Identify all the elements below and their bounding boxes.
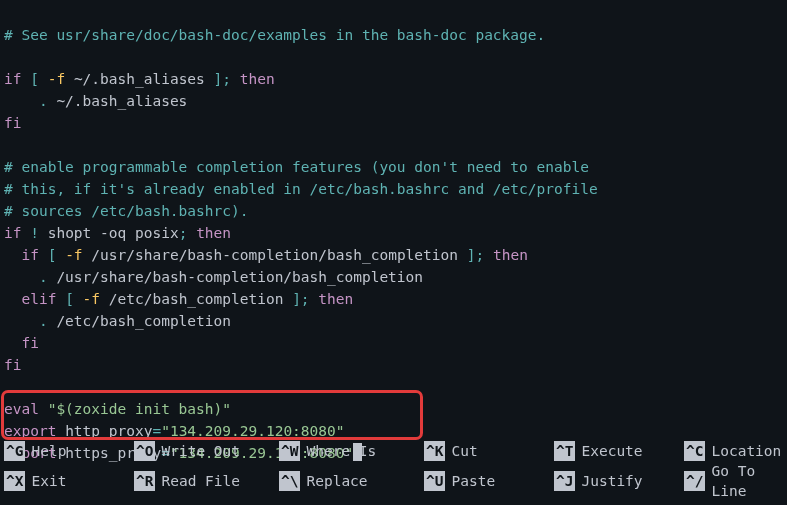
kw-then: then — [318, 291, 353, 307]
flag: -f — [65, 247, 82, 263]
bracket: [ — [48, 247, 57, 263]
key-badge: ^G — [4, 441, 25, 461]
path: /usr/share/bash-completion/bash_completi… — [91, 247, 458, 263]
bracket: ]; — [467, 247, 484, 263]
shortcut-read-file[interactable]: ^RRead File — [134, 461, 279, 501]
path: /etc/bash_completion — [56, 313, 231, 329]
dot: . — [39, 93, 48, 109]
code-comment: # enable programmable completion feature… — [4, 159, 589, 175]
key-badge: ^U — [424, 471, 445, 491]
key-badge: ^T — [554, 441, 575, 461]
semicolon: ; — [179, 225, 188, 241]
bracket: ]; — [292, 291, 309, 307]
shortcut-go-to-line[interactable]: ^/Go To Line — [684, 461, 783, 501]
shortcut-label: Cut — [451, 441, 477, 461]
cmd-shopt: shopt — [48, 225, 92, 241]
shortcut-row-1: ^GHelp ^OWrite Out ^WWhere Is ^KCut ^TEx… — [4, 441, 783, 461]
shortcut-location[interactable]: ^CLocation — [684, 441, 783, 461]
shortcut-cut[interactable]: ^KCut — [424, 441, 554, 461]
string-literal: "$(zoxide init bash)" — [48, 401, 231, 417]
kw-elif: elif — [21, 291, 56, 307]
key-badge: ^X — [4, 471, 25, 491]
key-badge: ^\ — [279, 471, 300, 491]
shortcut-label: Where Is — [306, 441, 376, 461]
kw-fi: fi — [4, 115, 21, 131]
kw-fi: fi — [21, 335, 38, 351]
shortcut-write-out[interactable]: ^OWrite Out — [134, 441, 279, 461]
flag: -f — [48, 71, 65, 87]
shortcut-justify[interactable]: ^JJustify — [554, 461, 684, 501]
kw-if: if — [4, 71, 21, 87]
shortcut-label: Read File — [161, 471, 240, 491]
code-comment: # See usr/share/doc/bash-doc/examples in… — [4, 27, 545, 43]
kw-then: then — [240, 71, 275, 87]
string-literal: "134.209.29.120:8080" — [161, 423, 344, 439]
editor-viewport[interactable]: # See usr/share/doc/bash-doc/examples in… — [0, 0, 787, 466]
dot: . — [39, 269, 48, 285]
path: /etc/bash_completion — [109, 291, 284, 307]
code-comment: # this, if it's already enabled in /etc/… — [4, 181, 598, 197]
var-name: http_proxy — [65, 423, 152, 439]
shortcut-label: Paste — [451, 471, 495, 491]
shortcut-where-is[interactable]: ^WWhere Is — [279, 441, 424, 461]
shortcut-label: Justify — [581, 471, 642, 491]
key-badge: ^C — [684, 441, 705, 461]
shortcut-row-2: ^XExit ^RRead File ^\Replace ^UPaste ^JJ… — [4, 461, 783, 501]
arg: posix — [135, 225, 179, 241]
key-badge: ^K — [424, 441, 445, 461]
key-badge: ^W — [279, 441, 300, 461]
shortcut-label: Replace — [306, 471, 367, 491]
bang: ! — [30, 225, 39, 241]
shortcut-paste[interactable]: ^UPaste — [424, 461, 554, 501]
path: ~/.bash_aliases — [74, 71, 205, 87]
nano-shortcut-bar: ^GHelp ^OWrite Out ^WWhere Is ^KCut ^TEx… — [0, 441, 787, 505]
bracket: [ — [65, 291, 74, 307]
flag: -oq — [100, 225, 126, 241]
shortcut-label: Go To Line — [711, 461, 783, 501]
bracket: [ — [30, 71, 39, 87]
shortcut-execute[interactable]: ^TExecute — [554, 441, 684, 461]
equals: = — [152, 423, 161, 439]
shortcut-label: Execute — [581, 441, 642, 461]
kw-then: then — [196, 225, 231, 241]
shortcut-label: Write Out — [161, 441, 240, 461]
shortcut-help[interactable]: ^GHelp — [4, 441, 134, 461]
kw-then: then — [493, 247, 528, 263]
shortcut-label: Location — [711, 441, 781, 461]
shortcut-replace[interactable]: ^\Replace — [279, 461, 424, 501]
kw-if: if — [4, 225, 21, 241]
kw-fi: fi — [4, 357, 21, 373]
key-badge: ^J — [554, 471, 575, 491]
bracket: ]; — [214, 71, 231, 87]
shortcut-exit[interactable]: ^XExit — [4, 461, 134, 501]
shortcut-label: Exit — [31, 471, 66, 491]
key-badge: ^/ — [684, 471, 705, 491]
flag: -f — [83, 291, 100, 307]
code-comment: # sources /etc/bash.bashrc). — [4, 203, 248, 219]
kw-if: if — [21, 247, 38, 263]
dot: . — [39, 313, 48, 329]
key-badge: ^O — [134, 441, 155, 461]
kw-eval: eval — [4, 401, 39, 417]
path: ~/.bash_aliases — [56, 93, 187, 109]
path: /usr/share/bash-completion/bash_completi… — [56, 269, 423, 285]
kw-export: export — [4, 423, 56, 439]
key-badge: ^R — [134, 471, 155, 491]
shortcut-label: Help — [31, 441, 66, 461]
